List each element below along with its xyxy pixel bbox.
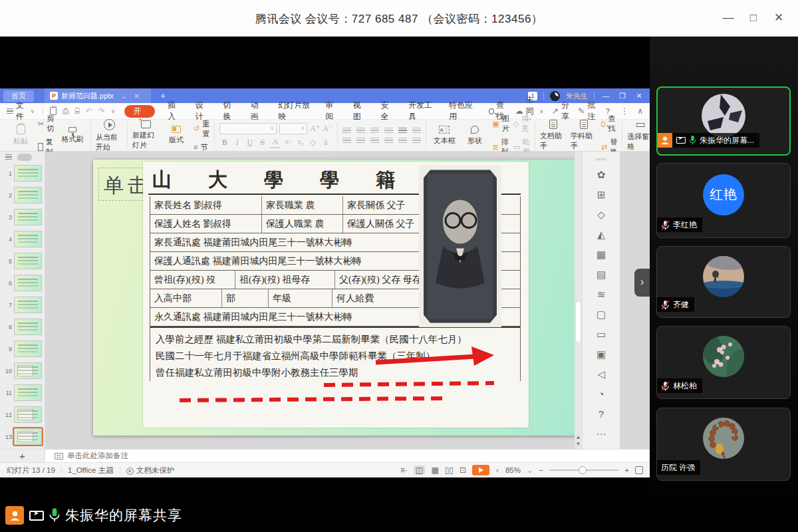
- chart-icon[interactable]: ▤: [583, 265, 620, 285]
- layout-button[interactable]: 版式: [163, 126, 190, 145]
- reset-button[interactable]: ↺重置: [194, 119, 209, 139]
- slide-thumbnail-13[interactable]: 13: [0, 426, 45, 448]
- strikethrough-button[interactable]: S: [257, 138, 267, 148]
- flip-icon[interactable]: ◭: [583, 225, 620, 245]
- fit-slide-button[interactable]: [635, 466, 643, 474]
- paragraph-settings-icon[interactable]: [412, 138, 421, 144]
- font-family-select[interactable]: [219, 123, 277, 134]
- file-menu[interactable]: 文件∨: [0, 100, 40, 122]
- superscript-button[interactable]: X²: [283, 139, 293, 146]
- zoom-slider[interactable]: [549, 469, 618, 471]
- status-menu-icon[interactable]: ≡·: [400, 466, 408, 475]
- slide-thumbnail-8[interactable]: 8: [0, 316, 45, 338]
- slide-thumbnail-preview[interactable]: [14, 340, 42, 357]
- shapes-pane-icon[interactable]: ◇: [583, 205, 620, 225]
- minimize-button[interactable]: —: [718, 9, 738, 27]
- collapse-ribbon-button[interactable]: ∧: [637, 106, 643, 116]
- indent-icon[interactable]: [384, 128, 393, 134]
- slide-thumbnail-2[interactable]: 2: [0, 184, 45, 206]
- redo-icon[interactable]: ↷: [98, 106, 105, 116]
- clear-format-button[interactable]: ◇: [308, 138, 318, 148]
- textbox-button[interactable]: A⋮ 文本框: [431, 126, 458, 146]
- undo-icon[interactable]: ↶: [86, 106, 92, 116]
- sound-icon[interactable]: ◁: [583, 364, 620, 384]
- format-painter-button[interactable]: 格式刷: [59, 127, 86, 144]
- menu-tab-slideshow[interactable]: 幻灯片放映: [271, 100, 318, 122]
- font-color-button[interactable]: A: [270, 137, 280, 148]
- slide-thumbnail-preview[interactable]: [14, 165, 42, 182]
- slide-thumbnail-preview[interactable]: [14, 428, 42, 445]
- maximize-button[interactable]: □: [743, 9, 763, 27]
- menu-tab-transition[interactable]: 切换: [215, 100, 243, 122]
- new-slide-pane-icon[interactable]: ⊞: [583, 185, 620, 205]
- reading-view-icon[interactable]: ▯▯: [445, 466, 454, 475]
- participant-tile-xuqiang[interactable]: 历院 许强: [656, 408, 791, 481]
- outline-view-icon[interactable]: [5, 154, 12, 160]
- current-slide[interactable]: 单击 山 大 學 學 籍 表 學號 字 家長姓名 劉叔得家長職業 農家長關係 父…: [93, 160, 582, 436]
- slide-thumbnail-11[interactable]: 11: [0, 382, 45, 404]
- paste-button[interactable]: 粘贴: [7, 124, 34, 146]
- subject-helper-button[interactable]: 学科助手: [571, 120, 597, 151]
- more-menu-button[interactable]: ⋮: [620, 106, 628, 116]
- selection-pane-icon[interactable]: ▢: [583, 305, 620, 325]
- comment-button[interactable]: ✎批注: [578, 100, 595, 122]
- zoom-slider-thumb[interactable]: [579, 466, 587, 474]
- slide-thumbnail-10[interactable]: 10: [0, 360, 45, 382]
- slide-thumbnail-4[interactable]: 4: [0, 228, 45, 250]
- theme-name[interactable]: 1_Office 主题: [68, 466, 114, 475]
- scanned-student-record[interactable]: 山 大 學 學 籍 表 學號 字 家長姓名 劉叔得家長職業 農家長關係 父子 保…: [143, 162, 529, 428]
- outdent-icon[interactable]: [370, 128, 379, 134]
- close-button[interactable]: ✕: [769, 9, 789, 27]
- justify-icon[interactable]: [384, 138, 393, 144]
- bold-button[interactable]: B: [219, 138, 229, 148]
- slide-thumbnail-preview[interactable]: [14, 297, 42, 313]
- section-button[interactable]: ≡节: [194, 142, 209, 152]
- menu-tab-review[interactable]: 审阅: [318, 100, 346, 122]
- slide-thumbnail-preview[interactable]: [14, 231, 42, 247]
- underline-button[interactable]: U: [245, 138, 255, 148]
- zoom-level[interactable]: 85%: [505, 466, 521, 474]
- more-icon[interactable]: ⋯: [583, 424, 620, 444]
- slide-thumbnail-7[interactable]: 7: [0, 294, 45, 316]
- history-icon[interactable]: ◔: [583, 384, 620, 404]
- vertical-scrollbar[interactable]: ▲▼: [575, 152, 582, 449]
- shape-button[interactable]: 形状: [462, 126, 488, 146]
- normal-view-icon[interactable]: ◫: [414, 466, 425, 475]
- slide-thumbnail-12[interactable]: 12: [0, 404, 45, 426]
- play-dropdown-icon[interactable]: ∨: [495, 467, 499, 473]
- effects-icon[interactable]: ✿: [583, 165, 620, 185]
- slide-thumbnail-preview[interactable]: [14, 362, 42, 379]
- animation-pane-icon[interactable]: ≋: [583, 285, 620, 305]
- decrease-font-icon[interactable]: A⁻: [323, 124, 332, 134]
- play-slideshow-button[interactable]: [472, 465, 489, 475]
- menu-tab-start[interactable]: 开始: [124, 105, 155, 118]
- slide-canvas[interactable]: 单击 山 大 學 學 籍 表 學號 字 家長姓名 劉叔得家長職業 農家長關係 父…: [45, 152, 620, 449]
- menu-tab-devtools[interactable]: 开发工具: [401, 100, 442, 122]
- slide-thumbnail-panel[interactable]: 12345678910111213: [0, 152, 45, 449]
- new-slide-button[interactable]: 新建幻灯片: [132, 120, 159, 150]
- slide-thumbnail-9[interactable]: 9: [0, 338, 45, 360]
- bullet-list-icon[interactable]: [342, 128, 351, 134]
- zoom-out-button[interactable]: −: [539, 466, 544, 474]
- grid-view-icon[interactable]: ▦: [431, 466, 438, 475]
- menu-tab-view[interactable]: 视图: [346, 100, 374, 122]
- slide-thumbnail-preview[interactable]: [14, 187, 42, 203]
- tab-pin-icon[interactable]: ⌄: [121, 92, 126, 100]
- help-pane-icon[interactable]: ?: [583, 404, 620, 424]
- doc-helper-button[interactable]: 文档助手: [540, 120, 567, 151]
- preview-icon[interactable]: ⌸: [75, 106, 80, 116]
- slideshow-view-icon[interactable]: ⊡: [460, 466, 466, 475]
- menu-tab-insert[interactable]: 插入: [160, 100, 188, 122]
- sidebar-collapse-button[interactable]: ›: [634, 269, 650, 297]
- slide-thumbnail-preview[interactable]: [14, 406, 42, 423]
- participant-tile-qijian[interactable]: 齐健: [656, 246, 791, 318]
- add-slide-button[interactable]: +: [0, 450, 45, 462]
- zoom-in-button[interactable]: +: [624, 466, 629, 474]
- font-size-select[interactable]: [279, 123, 307, 134]
- scrollbar-thumb[interactable]: [576, 301, 581, 342]
- italic-button[interactable]: I: [232, 138, 242, 148]
- participant-tile-zhuzhenhua[interactable]: 朱振华的屏幕...: [656, 86, 791, 156]
- participant-tile-lihongyan[interactable]: 红艳 李红艳: [656, 163, 791, 238]
- cut-button[interactable]: ✂剪切: [38, 114, 55, 134]
- share-button[interactable]: ↗分享: [552, 100, 569, 122]
